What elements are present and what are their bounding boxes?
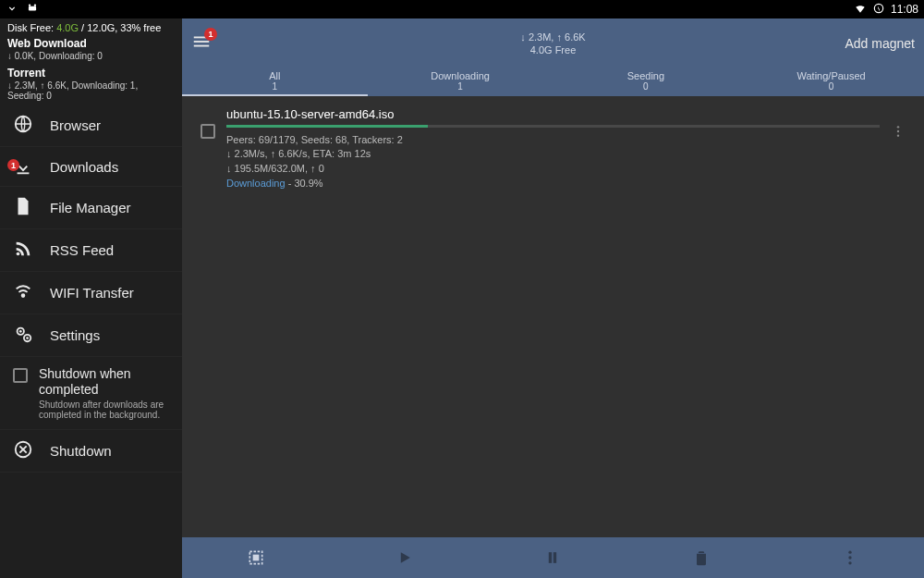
shutdown-checkbox[interactable] bbox=[13, 368, 28, 383]
delete-button[interactable] bbox=[627, 537, 776, 578]
torrent-name: ubuntu-15.10-server-amd64.iso bbox=[226, 107, 880, 125]
select-all-button[interactable] bbox=[182, 537, 331, 578]
play-button[interactable] bbox=[331, 537, 480, 578]
sidebar-item-file-manager[interactable]: File Manager bbox=[0, 187, 182, 229]
file-icon bbox=[13, 196, 33, 219]
tab-seeding[interactable]: Seeding 0 bbox=[553, 68, 739, 96]
rss-icon bbox=[13, 239, 33, 262]
globe-icon bbox=[13, 114, 33, 137]
svg-rect-5 bbox=[18, 172, 30, 174]
downloads-badge: 1 bbox=[7, 159, 19, 171]
sidebar-item-browser[interactable]: Browser bbox=[0, 105, 182, 147]
shutdown-when-completed-option[interactable]: Shutdown when completed Shutdown after d… bbox=[0, 357, 182, 430]
torrent-item[interactable]: ubuntu-15.10-server-amd64.iso Peers: 69/… bbox=[201, 107, 906, 189]
wifi-transfer-icon bbox=[13, 281, 33, 304]
svg-point-23 bbox=[848, 551, 851, 554]
web-download-section[interactable]: Web Download ↓ 0.0K, Downloading: 0 bbox=[0, 35, 182, 65]
close-circle-icon bbox=[13, 439, 33, 462]
svg-point-1 bbox=[34, 5, 36, 6]
svg-rect-2 bbox=[29, 6, 36, 11]
download-indicator-icon bbox=[6, 1, 18, 18]
torrent-section[interactable]: Torrent ↓ 2.3M, ↑ 6.6K, Downloading: 1, … bbox=[0, 65, 182, 105]
torrent-stats: Peers: 69/1179, Seeds: 68, Trackers: 2 ↓… bbox=[226, 133, 880, 176]
sidebar-item-rss[interactable]: RSS Feed bbox=[0, 229, 182, 272]
torrent-progress-bar bbox=[226, 125, 880, 128]
svg-rect-21 bbox=[549, 552, 552, 563]
bottom-toolbar bbox=[182, 537, 924, 578]
wifi-icon bbox=[854, 2, 867, 18]
clock-time: 11:08 bbox=[891, 3, 918, 16]
torrent-more-button[interactable] bbox=[891, 124, 906, 142]
svg-point-17 bbox=[897, 130, 899, 132]
android-status-bar: 11:08 bbox=[0, 0, 924, 18]
top-status-text: ↓ 2.3M, ↑ 6.6K 4.0G Free bbox=[520, 31, 585, 57]
app-indicator-icon bbox=[26, 1, 39, 18]
svg-point-25 bbox=[848, 561, 851, 564]
sidebar-item-shutdown[interactable]: Shutdown bbox=[0, 430, 182, 473]
torrent-status: Downloading - 30.9% bbox=[226, 178, 880, 189]
add-magnet-button[interactable]: Add magnet bbox=[845, 36, 916, 51]
tabs: All 1 Downloading 1 Seeding 0 Wating/Pau… bbox=[182, 68, 924, 96]
svg-point-18 bbox=[897, 134, 899, 136]
svg-rect-14 bbox=[194, 41, 210, 43]
disk-free-status: Disk Free: 4.0G / 12.0G, 33% free bbox=[0, 18, 182, 35]
sidebar-item-settings[interactable]: Settings bbox=[0, 314, 182, 357]
svg-point-16 bbox=[897, 126, 899, 128]
svg-point-11 bbox=[26, 337, 29, 339]
sidebar: Disk Free: 4.0G / 12.0G, 33% free Web Do… bbox=[0, 18, 182, 578]
menu-badge: 1 bbox=[204, 28, 217, 41]
svg-point-6 bbox=[17, 252, 20, 256]
gear-icon bbox=[13, 324, 33, 347]
svg-rect-22 bbox=[553, 552, 556, 563]
torrent-list: ubuntu-15.10-server-amd64.iso Peers: 69/… bbox=[182, 96, 924, 537]
battery-icon bbox=[872, 2, 885, 18]
sidebar-item-wifi-transfer[interactable]: WIFI Transfer bbox=[0, 272, 182, 314]
tab-waiting-paused[interactable]: Wating/Paused 0 bbox=[738, 68, 924, 96]
tab-all[interactable]: All 1 bbox=[182, 68, 368, 96]
more-button[interactable] bbox=[775, 537, 924, 578]
svg-point-0 bbox=[29, 5, 30, 6]
svg-rect-20 bbox=[254, 556, 259, 560]
svg-point-24 bbox=[848, 556, 851, 559]
svg-point-7 bbox=[22, 294, 25, 297]
svg-point-9 bbox=[19, 330, 22, 333]
torrent-checkbox[interactable] bbox=[201, 124, 215, 139]
tab-downloading[interactable]: Downloading 1 bbox=[368, 68, 553, 96]
sidebar-item-downloads[interactable]: 1 Downloads bbox=[0, 147, 182, 187]
pause-button[interactable] bbox=[479, 537, 627, 578]
top-bar: 1 ↓ 2.3M, ↑ 6.6K 4.0G Free Add magnet bbox=[182, 18, 924, 68]
svg-rect-15 bbox=[194, 45, 210, 47]
menu-button[interactable]: 1 bbox=[191, 31, 212, 55]
